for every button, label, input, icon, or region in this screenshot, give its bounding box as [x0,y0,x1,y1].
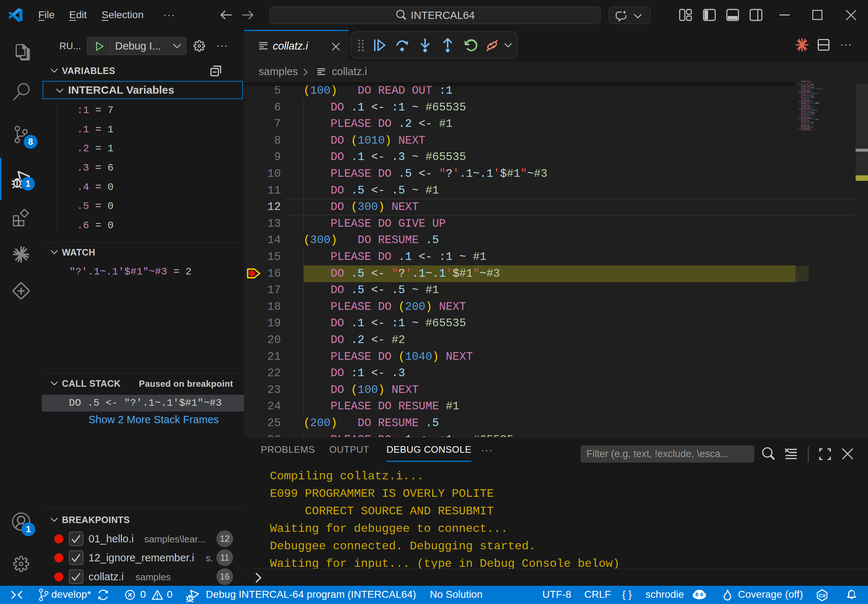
svg-text:C#: C# [819,593,826,599]
